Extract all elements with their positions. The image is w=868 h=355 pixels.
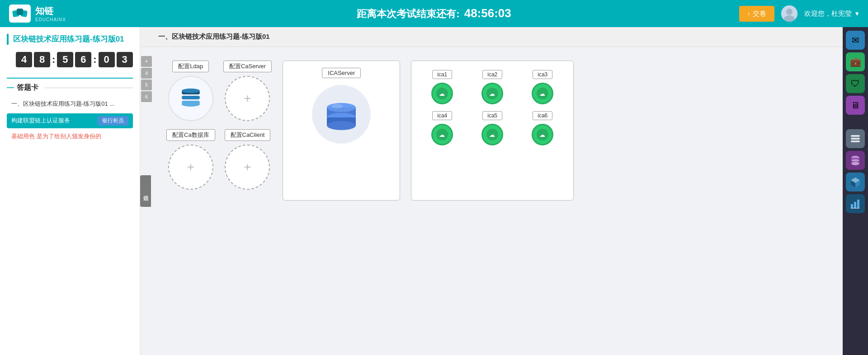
ica4-label[interactable]: ica4: [432, 111, 452, 120]
svg-point-38: [851, 162, 859, 165]
svg-rect-43: [851, 204, 853, 208]
main-layout: 区块链技术应用练习题-练习版01 4 8 : 5 6 : 0 3 — 答题卡 一…: [0, 27, 868, 355]
dropdown-icon[interactable]: ▾: [855, 9, 859, 18]
briefcase-icon[interactable]: 💼: [846, 52, 865, 71]
logo-subtitle: EDUCHAINX: [35, 17, 66, 22]
ica-node-ica2: ica2 ☁: [471, 70, 514, 104]
ica-node-ica5: ica5 ☁: [471, 111, 514, 145]
num-4[interactable]: 4: [141, 68, 152, 79]
svg-rect-2: [17, 9, 23, 15]
header-center: 距离本次考试结束还有: 48:56:03: [145, 6, 723, 21]
question-sub-item[interactable]: 构建联盟链上认证服务 银行柜员: [7, 113, 133, 128]
svg-rect-33: [851, 140, 860, 142]
ica3-icon[interactable]: ☁: [532, 83, 553, 104]
svg-rect-44: [854, 202, 856, 208]
ica5-icon[interactable]: ☁: [481, 124, 503, 145]
ica5-label[interactable]: ica5: [482, 111, 502, 120]
timer-h2: 8: [34, 52, 50, 67]
screen-icon[interactable]: 🖥: [846, 96, 865, 115]
answer-card-title: — 答题卡: [7, 83, 133, 93]
chart-icon[interactable]: [846, 194, 865, 213]
num-6[interactable]: 6: [141, 91, 152, 102]
envelope-icon[interactable]: ✉: [846, 31, 865, 50]
breadcrumb: 一、区块链技术应用练习题-练习版01: [158, 33, 270, 40]
ica-node-ica6: ica6 ☁: [521, 111, 564, 145]
sidebar-exam-title: 区块链技术应用练习题-练习版01: [13, 34, 135, 45]
svg-text:☁: ☁: [539, 90, 545, 97]
submit-button[interactable]: ↑ 交卷: [739, 6, 775, 22]
ica1-label[interactable]: ica1: [432, 70, 452, 79]
timer-m2: 6: [75, 52, 91, 67]
ica-node-ica3: ica3 ☁: [521, 70, 564, 104]
timer-m1: 5: [57, 52, 73, 67]
svg-point-4: [786, 9, 793, 15]
header-right: ↑ 交卷 欢迎您，杜宪莹 ▾: [723, 5, 859, 22]
header: 知链 EDUCHAINX 距离本次考试结束还有: 48:56:03 ↑ 交卷 欢…: [0, 0, 868, 27]
svg-rect-45: [857, 200, 859, 208]
ica-server-box: ICAServer: [283, 61, 400, 201]
svg-point-16: [327, 121, 356, 130]
content-area: 配置Ldap: [140, 47, 843, 355]
welcome-text: 欢迎您，杜宪莹: [804, 9, 852, 18]
svg-rect-31: [851, 135, 860, 137]
svg-text:☁: ☁: [489, 90, 495, 97]
ldap-circle[interactable]: [168, 76, 213, 121]
content-header: 一、区块链技术应用练习题-练习版01: [140, 27, 843, 47]
question-item-1[interactable]: 一、区块链技术应用练习题-练习版01 ...: [7, 96, 133, 112]
hint-text: 基础用色 是为了给别人颁发身份的: [7, 130, 133, 143]
svg-text:☁: ☁: [439, 90, 445, 97]
layers-icon[interactable]: [846, 129, 865, 148]
nodes-container: 配置Ldap: [166, 61, 829, 201]
ica2-label[interactable]: ica2: [482, 70, 502, 79]
cube-icon[interactable]: [846, 173, 865, 192]
exam-timer: 距离本次考试结束还有: 48:56:03: [357, 6, 511, 21]
num-5[interactable]: 5: [141, 79, 152, 90]
svg-point-18: [332, 104, 343, 108]
shield-icon[interactable]: 🛡: [846, 74, 865, 93]
caserver-label[interactable]: 配置CaServer: [223, 61, 272, 72]
ldap-label[interactable]: 配置Ldap: [172, 61, 209, 72]
plus-icon-cadb: +: [187, 160, 194, 174]
ica1-icon[interactable]: ☁: [431, 83, 453, 104]
ica6-label[interactable]: ica6: [533, 111, 552, 120]
answer-card-section: — 答题卡 一、区块链技术应用练习题-练习版01 ... 构建联盟链上认证服务 …: [7, 78, 133, 143]
logo-area: 知链 EDUCHAINX: [9, 5, 145, 23]
plus-icon-caserver: +: [244, 91, 251, 106]
sub-label: 构建联盟链上认证服务: [11, 117, 70, 125]
role-badge: 银行柜员: [98, 116, 128, 126]
user-info: 欢迎您，杜宪莹 ▾: [804, 9, 859, 18]
timer-colon1: :: [52, 54, 55, 65]
svg-rect-7: [182, 96, 200, 99]
sidebar-timer: 4 8 : 5 6 : 0 3: [7, 48, 135, 71]
caclient-label[interactable]: 配置CaClient: [225, 129, 271, 141]
plus-icon-caclient: +: [244, 160, 251, 174]
sidebar: 区块链技术应用练习题-练习版01 4 8 : 5 6 : 0 3 — 答题卡 一…: [0, 27, 140, 355]
ica3-label[interactable]: ica3: [533, 70, 552, 79]
timer-value: 48:56:03: [464, 6, 511, 20]
node-caclient: 配置CaClient +: [223, 129, 272, 190]
svg-text:☁: ☁: [489, 131, 495, 138]
cadb-circle[interactable]: +: [168, 145, 213, 190]
svg-point-9: [182, 89, 200, 93]
collapse-button[interactable]: 收起: [140, 175, 151, 207]
submit-label: 交卷: [753, 9, 766, 18]
ica-node-ica1: ica1 ☁: [420, 70, 464, 104]
timer-h1: 4: [16, 52, 32, 67]
caserver-circle[interactable]: +: [225, 76, 270, 121]
scroll-up-btn[interactable]: +: [141, 56, 152, 67]
node-caserver: 配置CaServer +: [223, 61, 272, 121]
ica6-icon[interactable]: ☁: [532, 124, 553, 145]
logo-icon: [9, 5, 31, 23]
right-sidebar: ✉ 💼 🛡 🖥: [843, 27, 868, 355]
database-icon[interactable]: [846, 151, 865, 170]
logo-text-area: 知链 EDUCHAINX: [35, 5, 66, 22]
cadb-label[interactable]: 配置Ca数据库: [166, 129, 215, 141]
ica2-icon[interactable]: ☁: [481, 83, 503, 104]
ica-server-icon: [312, 85, 371, 144]
ica-server-label[interactable]: ICAServer: [322, 68, 361, 78]
ica4-icon[interactable]: ☁: [431, 124, 453, 145]
svg-rect-32: [851, 138, 860, 140]
scroll-controls: + 4 5 6: [140, 54, 153, 104]
node-ldap: 配置Ldap: [166, 61, 215, 121]
caclient-circle[interactable]: +: [225, 145, 270, 190]
